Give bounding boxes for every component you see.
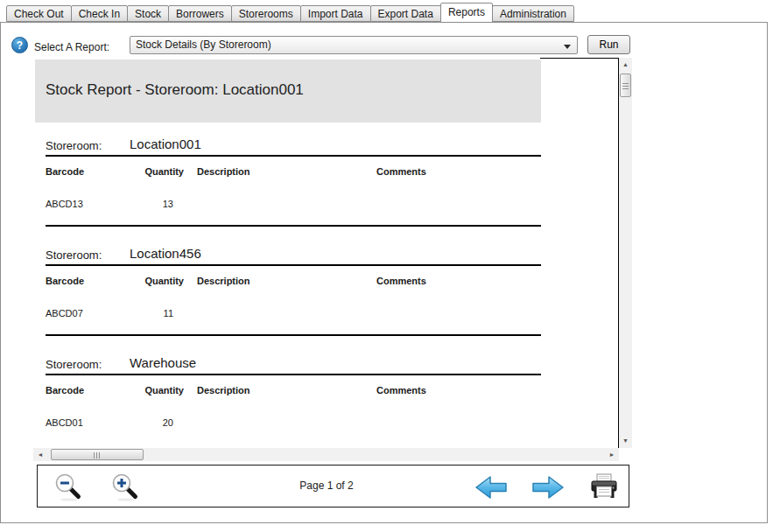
zoom-out-icon[interactable] [53,472,84,503]
cell-barcode: ABCD13 [46,199,83,209]
divider [46,374,541,375]
report-section: Storeroom: Location456 Barcode Quantity … [33,247,559,343]
horizontal-scrollbar[interactable]: ◄ ► [33,448,619,461]
horizontal-scroll-thumb[interactable] [51,449,144,460]
page-indicator: Page 1 of 2 [256,480,397,492]
next-page-icon[interactable] [531,474,566,500]
divider [46,225,541,227]
thumb-grip-icon [622,82,629,89]
divider [46,264,541,266]
run-button[interactable]: Run [587,35,630,54]
vertical-scroll-thumb[interactable] [620,74,631,97]
thumb-grip-icon [94,452,101,458]
tab-stock[interactable]: Stock [127,5,169,22]
vertical-scrollbar[interactable]: ▲ ▼ [619,58,632,448]
cell-quantity: 11 [121,308,173,318]
col-description: Description [197,166,250,177]
cell-barcode: ABCD01 [46,417,83,428]
col-description: Description [197,385,250,396]
scroll-left-icon[interactable]: ◄ [33,448,47,461]
report-section: Storeroom: Location001 Barcode Quantity … [33,137,559,234]
select-report-label: Select A Report: [34,41,109,53]
divider [46,155,541,157]
col-barcode: Barcode [46,166,84,177]
preview-toolbar: Page 1 of 2 [37,465,629,508]
cell-quantity: 20 [121,417,173,428]
storeroom-value: Location001 [130,136,201,151]
tab-storerooms[interactable]: Storerooms [231,5,301,22]
cell-quantity: 13 [121,199,173,209]
tab-import-data[interactable]: Import Data [300,5,371,22]
scroll-right-icon[interactable]: ► [605,448,619,461]
col-comments: Comments [376,385,426,396]
storeroom-label: Storeroom: [46,358,102,371]
tab-administration[interactable]: Administration [492,5,574,22]
col-quantity: Quantity [121,166,184,177]
tab-check-in[interactable]: Check In [71,5,128,22]
previous-page-icon[interactable] [474,474,509,500]
divider [46,334,541,336]
tab-borrowers[interactable]: Borrowers [168,5,232,22]
col-quantity: Quantity [121,385,184,396]
scroll-up-icon[interactable]: ▲ [619,58,632,72]
zoom-in-icon[interactable] [109,472,141,503]
col-barcode: Barcode [46,385,84,396]
storeroom-value: Location456 [130,246,201,261]
col-description: Description [197,276,250,286]
cell-barcode: ABCD07 [46,308,83,318]
report-preview: Stock Report - Storeroom: Location001 St… [33,59,619,448]
tab-check-out[interactable]: Check Out [6,5,72,22]
report-select[interactable]: Stock Details (By Storeroom) [130,36,578,54]
print-icon[interactable] [588,473,620,500]
col-comments: Comments [376,276,426,286]
scroll-down-icon[interactable]: ▼ [619,434,632,448]
report-section: Storeroom: Warehouse Barcode Quantity De… [33,356,559,448]
storeroom-label: Storeroom: [46,248,102,262]
help-icon[interactable]: ? [11,37,28,53]
tab-export-data[interactable]: Export Data [370,5,441,22]
tab-reports[interactable]: Reports [440,3,493,23]
storeroom-label: Storeroom: [46,139,102,152]
col-barcode: Barcode [46,276,84,286]
tab-strip: Check Out Check In Stock Borrowers Store… [6,5,574,23]
storeroom-value: Warehouse [130,355,196,370]
col-comments: Comments [376,166,426,177]
report-select-value: Stock Details (By Storeroom) [136,38,271,51]
report-title: Stock Report - Storeroom: Location001 [46,81,304,99]
chevron-down-icon [564,45,571,49]
col-quantity: Quantity [121,276,184,286]
